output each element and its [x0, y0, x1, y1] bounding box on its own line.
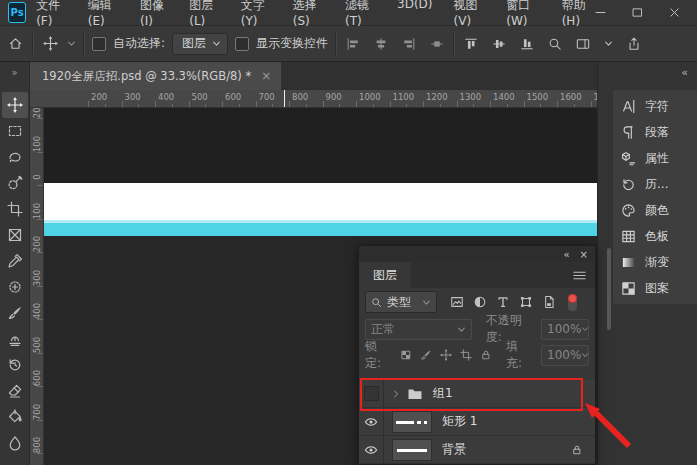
auto-select-dropdown[interactable]: 图层 — [172, 33, 228, 55]
dock-panel-7[interactable]: 图案 — [613, 275, 697, 301]
home-icon[interactable] — [6, 34, 25, 53]
align-middle-icon[interactable] — [490, 35, 508, 53]
menu-item-7[interactable]: 3D(D) — [397, 0, 432, 28]
layer-row-2[interactable]: 背景 — [359, 436, 595, 464]
dock-panel-0[interactable]: 字符 — [613, 93, 697, 119]
tool-history-brush[interactable] — [2, 352, 28, 378]
dock-scrollbar[interactable] — [607, 248, 611, 330]
menu-item-3[interactable]: 图层(L) — [189, 0, 220, 28]
lock-position-icon[interactable] — [440, 349, 452, 361]
menu-item-6[interactable]: 滤镜(T) — [345, 0, 376, 28]
lock-all-icon[interactable] — [480, 349, 492, 361]
layers-tab[interactable]: 图层 — [359, 262, 411, 288]
workspace-icon[interactable] — [574, 35, 592, 53]
close-button[interactable] — [668, 6, 681, 19]
distribute-h-icon[interactable] — [428, 35, 446, 53]
adjustment-layer-filter-icon[interactable] — [473, 295, 487, 309]
dock-panel-4[interactable]: 颜色 — [613, 197, 697, 223]
tool-crop[interactable] — [2, 196, 28, 222]
menu-item-2[interactable]: 图像(I) — [140, 0, 168, 28]
share-icon[interactable] — [625, 35, 643, 53]
dock-panel-6[interactable]: 渐变 — [613, 249, 697, 275]
layer-name[interactable]: 背景 — [442, 441, 466, 458]
lock-transparent-icon[interactable] — [400, 349, 412, 361]
search-icon — [371, 297, 382, 308]
workspace-chevron-icon[interactable] — [602, 37, 615, 50]
panel-close-icon[interactable]: × — [580, 249, 588, 260]
pixel-layer-filter-icon[interactable] — [450, 295, 464, 309]
dock-panel-label: 历... — [645, 176, 668, 193]
tool-marquee[interactable] — [2, 118, 28, 144]
minimize-button[interactable] — [594, 6, 607, 19]
tool-paint-bucket[interactable] — [2, 404, 28, 430]
align-center-h-icon[interactable] — [372, 35, 390, 53]
tool-preset-chevron-icon[interactable] — [67, 39, 76, 48]
group-expand-chevron-icon[interactable] — [391, 389, 401, 399]
search-icon[interactable] — [546, 35, 564, 53]
dock-panel-3[interactable]: 历... — [613, 171, 697, 197]
ruler-label: 1200 — [426, 92, 448, 102]
ruler-tick — [524, 101, 525, 107]
menu-item-1[interactable]: 编辑(E) — [88, 0, 119, 28]
tool-lasso[interactable] — [2, 144, 28, 170]
visibility-eye-icon[interactable] — [359, 436, 384, 463]
tool-clone-stamp[interactable] — [2, 326, 28, 352]
filter-toggle-switch[interactable] — [568, 294, 577, 311]
dock-panel-5[interactable]: 色板 — [613, 223, 697, 249]
menu-item-5[interactable]: 选择(S) — [293, 0, 324, 28]
tool-healing[interactable] — [2, 274, 28, 300]
layer-row-1[interactable]: 矩形 1 — [359, 408, 595, 436]
filter-type-dropdown[interactable]: 类型 — [365, 291, 437, 313]
fill-field[interactable]: 100% — [541, 345, 589, 366]
chevron-down-icon — [212, 39, 221, 48]
panel-collapse-icon[interactable]: « — [563, 249, 569, 260]
document-tab[interactable]: 1920全屏店招.psd @ 33.3%(RGB/8) * × — [30, 62, 281, 90]
menu-item-4[interactable]: 文字(Y) — [241, 0, 272, 28]
tab-close-icon[interactable]: × — [261, 69, 271, 83]
tool-sidebar: » — [0, 62, 30, 465]
type-layer-filter-icon[interactable] — [496, 295, 510, 309]
menu-item-8[interactable]: 视图(V) — [454, 0, 486, 28]
menu-item-0[interactable]: 文件(F) — [36, 0, 67, 28]
align-left-icon[interactable] — [344, 35, 362, 53]
tool-eraser[interactable] — [2, 378, 28, 404]
lock-label: 锁定: — [365, 338, 392, 372]
ruler-tick — [323, 101, 324, 107]
tool-eyedropper[interactable] — [2, 248, 28, 274]
tool-quick-select[interactable] — [2, 170, 28, 196]
tool-blur[interactable] — [2, 430, 28, 456]
blend-mode-dropdown[interactable]: 正常 — [365, 319, 472, 340]
layer-row-0[interactable]: 组1 — [359, 380, 595, 408]
tool-frame[interactable] — [2, 222, 28, 248]
layer-thumbnail[interactable] — [392, 439, 432, 461]
shape-layer-filter-icon[interactable] — [519, 295, 533, 309]
dock-panel-2[interactable]: 属性 — [613, 145, 697, 171]
tool-move[interactable] — [2, 92, 28, 118]
toolbar-expand-icon[interactable]: » — [0, 62, 29, 84]
opacity-field[interactable]: 100% — [541, 319, 589, 340]
smart-object-filter-icon[interactable] — [542, 295, 556, 309]
menu-item-10[interactable]: 帮助(H) — [562, 0, 594, 28]
lock-artboard-icon[interactable] — [460, 349, 472, 361]
lock-pixels-icon[interactable] — [420, 349, 432, 361]
menu-item-9[interactable]: 窗口(W) — [506, 0, 540, 28]
align-right-icon[interactable] — [400, 35, 418, 53]
visibility-toggle-empty[interactable] — [359, 380, 384, 407]
maximize-button[interactable] — [631, 6, 644, 19]
auto-select-checkbox[interactable] — [92, 37, 106, 51]
move-tool-icon[interactable] — [41, 34, 60, 53]
panel-menu-icon[interactable] — [572, 268, 595, 283]
ruler-label: 200 — [32, 232, 42, 256]
ruler-label: 900 — [326, 92, 342, 102]
visibility-eye-icon[interactable] — [359, 408, 384, 435]
layer-name[interactable]: 组1 — [433, 385, 453, 402]
dock-panel-label: 图案 — [645, 280, 669, 297]
show-transform-checkbox[interactable] — [235, 37, 249, 51]
dock-panel-1[interactable]: 段落 — [613, 119, 697, 145]
layer-thumbnail[interactable] — [392, 411, 432, 433]
align-bottom-icon[interactable] — [518, 35, 536, 53]
tool-brush[interactable] — [2, 300, 28, 326]
dock-collapse-icon[interactable]: « — [681, 66, 688, 79]
align-top-icon[interactable] — [462, 35, 480, 53]
layer-name[interactable]: 矩形 1 — [442, 413, 477, 430]
